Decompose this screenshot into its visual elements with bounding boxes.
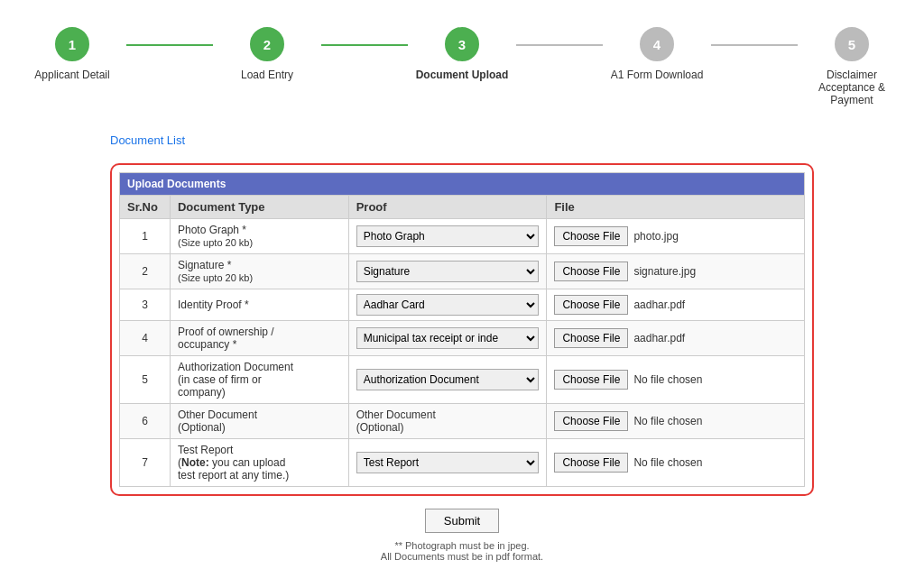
row-6-srno: 6 xyxy=(120,404,171,439)
col-doctype: Document Type xyxy=(170,196,348,219)
step-2: 2 Load Entry xyxy=(213,27,321,81)
row-2-proof[interactable]: Signature Photo Graph Aadhar Card xyxy=(348,254,547,289)
row-1-proof-select[interactable]: Photo Graph Signature Aadhar Card xyxy=(356,225,540,247)
col-srno: Sr.No xyxy=(120,196,171,219)
document-list-link[interactable]: Document List xyxy=(110,133,185,147)
row-2-choose-file-button[interactable]: Choose File xyxy=(554,262,628,281)
submit-section: Submit ** Photograph must be in jpeg. Al… xyxy=(18,509,906,562)
connector-4-5 xyxy=(711,44,798,46)
row-2-file: Choose File signature.jpg xyxy=(547,254,805,289)
row-2-proof-select[interactable]: Signature Photo Graph Aadhar Card xyxy=(356,261,540,282)
row-6-file-name: No file chosen xyxy=(633,415,702,427)
row-3-choose-file-button[interactable]: Choose File xyxy=(554,295,628,315)
connector-1-2 xyxy=(126,44,213,46)
table-row: 3 Identity Proof * Aadhar Card PAN Card … xyxy=(120,289,805,321)
note-1: ** Photograph must be in jpeg. xyxy=(18,540,906,551)
row-7-choose-file-button[interactable]: Choose File xyxy=(554,453,628,473)
row-7-doctype: Test Report(Note: you can uploadtest rep… xyxy=(170,439,348,487)
row-1-proof[interactable]: Photo Graph Signature Aadhar Card xyxy=(348,219,547,254)
row-3-file-name: aadhar.pdf xyxy=(633,298,685,311)
row-5-proof-select[interactable]: Authorization Document xyxy=(356,369,540,390)
step-3: 3 Document Upload xyxy=(408,27,516,81)
row-7-file-name: No file chosen xyxy=(633,456,702,469)
row-1-choose-file-button[interactable]: Choose File xyxy=(554,226,628,246)
row-3-file: Choose File aadhar.pdf xyxy=(547,289,805,321)
row-4-doctype: Proof of ownership /occupancy * xyxy=(170,321,348,356)
row-3-proof-select[interactable]: Aadhar Card PAN Card Passport xyxy=(356,294,540,316)
row-5-proof[interactable]: Authorization Document xyxy=(348,356,547,404)
row-1-file-name: photo.jpg xyxy=(633,230,678,243)
row-1-file: Choose File photo.jpg xyxy=(547,219,805,254)
row-7-srno: 7 xyxy=(120,439,171,487)
step-5-label: Disclaimer Acceptance & Payment xyxy=(798,69,906,106)
step-2-label: Load Entry xyxy=(241,69,293,81)
table-row: 6 Other Document(Optional) Other Documen… xyxy=(120,404,805,439)
step-4-circle: 4 xyxy=(640,27,674,61)
step-2-circle: 2 xyxy=(250,27,284,61)
step-5: 5 Disclaimer Acceptance & Payment xyxy=(798,27,906,106)
table-row: 4 Proof of ownership /occupancy * Munici… xyxy=(120,321,805,356)
connector-3-4 xyxy=(516,44,603,46)
row-2-file-name: signature.jpg xyxy=(633,265,696,278)
table-row: 5 Authorization Document(in case of firm… xyxy=(120,356,805,404)
table-row: 1 Photo Graph *(Size upto 20 kb) Photo G… xyxy=(120,219,805,254)
row-1-doctype: Photo Graph *(Size upto 20 kb) xyxy=(170,219,348,254)
step-4-label: A1 Form Download xyxy=(611,69,704,81)
row-6-choose-file-button[interactable]: Choose File xyxy=(554,411,628,431)
table-header-title: Upload Documents xyxy=(120,173,805,196)
row-4-srno: 4 xyxy=(120,321,171,356)
step-1-circle: 1 xyxy=(55,27,89,61)
upload-title: Upload Documents xyxy=(120,173,805,196)
step-3-circle: 3 xyxy=(445,27,479,61)
row-5-file: Choose File No file chosen xyxy=(547,356,805,404)
submit-button[interactable]: Submit xyxy=(425,509,499,533)
row-7-proof[interactable]: Test Report xyxy=(348,439,547,487)
row-6-proof: Other Document(Optional) xyxy=(348,404,547,439)
col-proof: Proof xyxy=(348,196,547,219)
upload-container: Upload Documents Sr.No Document Type Pro… xyxy=(110,163,814,496)
row-3-proof[interactable]: Aadhar Card PAN Card Passport xyxy=(348,289,547,321)
step-5-circle: 5 xyxy=(835,27,869,61)
upload-table: Upload Documents Sr.No Document Type Pro… xyxy=(119,172,805,487)
row-2-srno: 2 xyxy=(120,254,171,289)
row-5-srno: 5 xyxy=(120,356,171,404)
row-4-proof[interactable]: Municipal tax receipt or inde Electricit… xyxy=(348,321,547,356)
table-column-headers: Sr.No Document Type Proof File xyxy=(120,196,805,219)
step-4: 4 A1 Form Download xyxy=(603,27,711,81)
row-5-choose-file-button[interactable]: Choose File xyxy=(554,370,628,390)
row-4-file-name: aadhar.pdf xyxy=(633,332,685,344)
notes: ** Photograph must be in jpeg. All Docum… xyxy=(18,540,906,562)
row-4-choose-file-button[interactable]: Choose File xyxy=(554,328,628,348)
row-3-srno: 3 xyxy=(120,289,171,321)
table-row: 7 Test Report(Note: you can uploadtest r… xyxy=(120,439,805,487)
row-7-file: Choose File No file chosen xyxy=(547,439,805,487)
row-1-srno: 1 xyxy=(120,219,171,254)
table-row: 2 Signature *(Size upto 20 kb) Signature… xyxy=(120,254,805,289)
step-1-label: Applicant Detail xyxy=(34,69,109,81)
step-1: 1 Applicant Detail xyxy=(18,27,126,81)
note-2: All Documents must be in pdf format. xyxy=(18,551,906,562)
step-3-label: Document Upload xyxy=(416,69,509,81)
stepper: 1 Applicant Detail 2 Load Entry 3 Docume… xyxy=(18,18,906,106)
row-3-doctype: Identity Proof * xyxy=(170,289,348,321)
connector-2-3 xyxy=(321,44,408,46)
row-2-doctype: Signature *(Size upto 20 kb) xyxy=(170,254,348,289)
row-7-proof-select[interactable]: Test Report xyxy=(356,452,540,473)
row-6-doctype: Other Document(Optional) xyxy=(170,404,348,439)
row-4-file: Choose File aadhar.pdf xyxy=(547,321,805,356)
row-4-proof-select[interactable]: Municipal tax receipt or inde Electricit… xyxy=(356,327,540,349)
row-6-file: Choose File No file chosen xyxy=(547,404,805,439)
row-5-doctype: Authorization Document(in case of firm o… xyxy=(170,356,348,404)
row-6-proof-text: Other Document(Optional) xyxy=(356,408,436,434)
col-file: File xyxy=(547,196,805,219)
row-5-file-name: No file chosen xyxy=(633,373,702,386)
